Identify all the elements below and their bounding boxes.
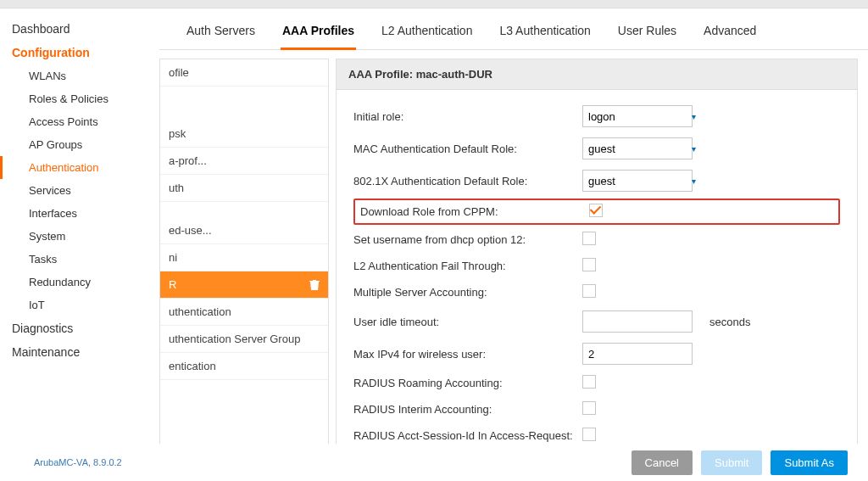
- submit-as-button[interactable]: Submit As: [771, 450, 848, 475]
- sidebar: Dashboard Configuration WLANs Roles & Po…: [0, 8, 159, 450]
- user-idle-input[interactable]: [582, 310, 693, 333]
- sidebar-item-maintenance[interactable]: Maintenance: [0, 340, 159, 364]
- sidebar-item-diagnostics[interactable]: Diagnostics: [0, 316, 159, 340]
- form-header-prefix: AAA Profile:: [348, 68, 416, 81]
- tree-item[interactable]: uthentication: [160, 299, 328, 326]
- tab-l3-auth[interactable]: L3 Authentication: [498, 17, 592, 49]
- sidebar-item-interfaces[interactable]: Interfaces: [0, 202, 159, 225]
- tab-l2-auth[interactable]: L2 Authentication: [380, 17, 474, 49]
- form-header: AAA Profile: mac-auth-DUR: [337, 59, 857, 90]
- chevron-down-icon: ▾: [692, 112, 696, 121]
- label-radius-interim: RADIUS Interim Accounting:: [353, 403, 582, 416]
- label-dot1x-default-role: 802.1X Authentication Default Role:: [353, 175, 582, 187]
- tab-advanced[interactable]: Advanced: [702, 17, 758, 49]
- tab-auth-servers[interactable]: Auth Servers: [185, 17, 257, 49]
- label-l2-fail-through: L2 Authentication Fail Through:: [353, 260, 582, 272]
- l2-fail-through-checkbox[interactable]: [582, 258, 596, 271]
- tree-item[interactable]: uthentication Server Group: [160, 326, 328, 353]
- sidebar-item-wlans[interactable]: WLANs: [0, 64, 159, 87]
- form-header-name: mac-auth-DUR: [416, 68, 492, 81]
- tab-user-rules[interactable]: User Rules: [616, 17, 678, 49]
- cancel-button[interactable]: Cancel: [632, 450, 693, 475]
- label-mac-default-role: MAC Authentication Default Role:: [353, 143, 582, 155]
- chevron-down-icon: ▾: [692, 176, 696, 186]
- label-download-cppm: Download Role from CPPM:: [360, 205, 589, 218]
- trash-icon[interactable]: [309, 279, 320, 291]
- download-cppm-checkbox[interactable]: [589, 204, 603, 217]
- profile-tree: ofile psk a-prof... uth ed-use... ni R u…: [159, 59, 329, 445]
- tree-item[interactable]: ni: [160, 244, 328, 271]
- sidebar-item-system[interactable]: System: [0, 225, 159, 248]
- label-radius-roaming: RADIUS Roaming Accounting:: [353, 377, 582, 389]
- multi-server-acct-checkbox[interactable]: [582, 284, 596, 298]
- label-initial-role: Initial role:: [353, 110, 582, 123]
- sidebar-item-iot[interactable]: IoT: [0, 294, 159, 316]
- tree-item-label: R: [169, 278, 176, 291]
- footer: ArubaMC-VA, 8.9.0.2 Cancel Submit Submit…: [0, 444, 868, 481]
- user-idle-unit: seconds: [709, 316, 750, 328]
- sidebar-item-services[interactable]: Services: [0, 179, 159, 202]
- tree-item[interactable]: entication: [160, 353, 328, 380]
- max-ipv4-input[interactable]: [582, 343, 693, 365]
- sidebar-item-dashboard[interactable]: Dashboard: [0, 17, 159, 41]
- sidebar-item-ap-groups[interactable]: AP Groups: [0, 133, 159, 156]
- radius-interim-checkbox[interactable]: [582, 401, 596, 415]
- tab-aaa-profiles[interactable]: AAA Profiles: [281, 17, 356, 50]
- username-dhcp-checkbox[interactable]: [582, 232, 596, 245]
- label-radius-acct-sess: RADIUS Acct-Session-Id In Access-Request…: [353, 429, 582, 442]
- sidebar-item-roles-policies[interactable]: Roles & Policies: [0, 87, 159, 110]
- radius-roaming-checkbox[interactable]: [582, 375, 596, 389]
- tree-item[interactable]: ed-use...: [160, 217, 328, 244]
- tree-item-selected[interactable]: R: [160, 271, 328, 299]
- sidebar-item-authentication[interactable]: Authentication: [0, 156, 159, 179]
- label-username-dhcp: Set username from dhcp option 12:: [353, 233, 582, 246]
- tree-item[interactable]: uth: [160, 175, 328, 202]
- top-bar: [0, 0, 868, 8]
- chevron-down-icon: ▾: [692, 144, 696, 154]
- tabs: Auth Servers AAA Profiles L2 Authenticat…: [159, 8, 868, 50]
- footer-brand: ArubaMC-VA, 8.9.0.2: [34, 457, 122, 467]
- dot1x-default-role-select[interactable]: [582, 170, 693, 192]
- mac-default-role-select[interactable]: [582, 137, 693, 159]
- sidebar-item-configuration[interactable]: Configuration: [0, 41, 159, 64]
- initial-role-select[interactable]: [582, 105, 693, 127]
- sidebar-item-tasks[interactable]: Tasks: [0, 248, 159, 271]
- tree-item[interactable]: psk: [160, 120, 328, 148]
- label-multi-server-acct: Multiple Server Accounting:: [353, 286, 582, 299]
- label-user-idle: User idle timeout:: [353, 316, 582, 328]
- tree-item[interactable]: a-prof...: [160, 148, 328, 175]
- sidebar-item-redundancy[interactable]: Redundancy: [0, 271, 159, 294]
- form-panel: AAA Profile: mac-auth-DUR Initial role: …: [336, 59, 858, 445]
- radius-acct-sess-checkbox[interactable]: [582, 428, 596, 441]
- tree-item[interactable]: ofile: [160, 59, 328, 87]
- label-max-ipv4: Max IPv4 for wireless user:: [353, 348, 582, 361]
- submit-button: Submit: [701, 450, 762, 475]
- sidebar-item-access-points[interactable]: Access Points: [0, 110, 159, 133]
